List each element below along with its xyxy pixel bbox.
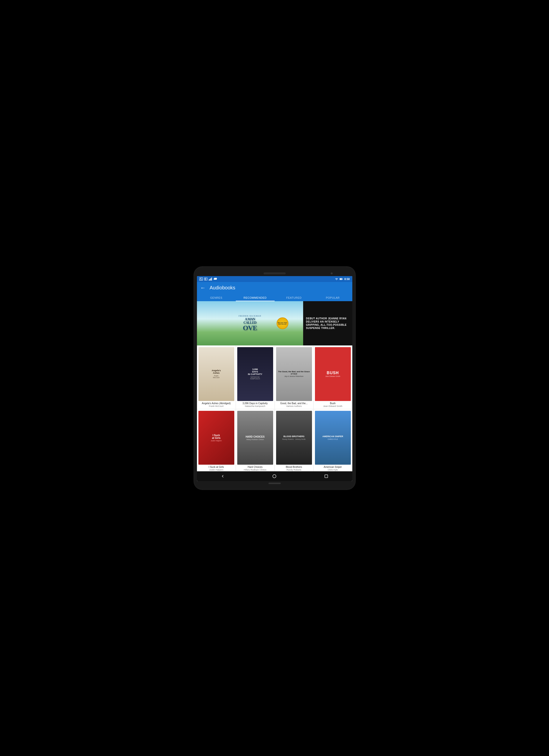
book-author-good-bad: Various Authors	[276, 405, 312, 408]
book-item-good-bad[interactable]: The Good, the Bad, and the Grace of God …	[275, 345, 313, 409]
book-cover-i-suck: I Suckat Girls Justin Halpern	[198, 411, 234, 465]
hero-promo-text: DEBUT AUTHOR JEANNE RYAN DELIVERS AN INT…	[306, 317, 349, 330]
book-item-i-suck[interactable]: I Suckat Girls Justin Halpern I Suck at …	[197, 409, 236, 471]
navigation-bar	[197, 471, 352, 481]
book-title-hard-choices: Hard Choices	[237, 466, 273, 469]
svg-rect-7	[210, 278, 211, 281]
svg-point-12	[273, 474, 276, 478]
cloud-status-icon	[213, 278, 217, 281]
book-status-icon	[204, 278, 208, 281]
hero-title-line3: OVE	[238, 325, 261, 331]
tabs-bar: Genres Recommended Featured Popular	[197, 294, 352, 301]
tablet-screen: 8:58 ← Audiobooks Genres Recommended Fea…	[197, 276, 352, 481]
tablet-device: 8:58 ← Audiobooks Genres Recommended Fea…	[193, 266, 356, 490]
back-nav-icon	[221, 474, 225, 478]
book-item-bush[interactable]: BUSH Jean Edward Smith Bush Jean Edward …	[313, 345, 352, 409]
wifi-status-icon	[335, 278, 338, 281]
tab-recommended[interactable]: Recommended	[236, 294, 275, 301]
tab-popular[interactable]: Popular	[313, 294, 352, 301]
speaker-grille	[264, 272, 286, 274]
app-title: Audiobooks	[210, 285, 236, 291]
tablet-bottom-bezel	[197, 481, 352, 486]
svg-rect-10	[340, 278, 342, 280]
signal-status-icon	[209, 278, 212, 281]
book-author-3096-days: Natascha Kampusch	[237, 405, 273, 408]
hero-title-line1: A MAN	[238, 318, 261, 321]
image-status-icon	[199, 278, 203, 281]
book-title-blood-brothers: Blood Brothers	[276, 466, 312, 469]
home-nav-icon	[272, 474, 277, 478]
book-cover-blood-brothers: BLOOD BROTHERS Randy Roberts · Johnny Sm…	[276, 411, 312, 465]
nyt-badge: New York TimesBESTSELLER	[277, 317, 288, 329]
book-cover-good-bad: The Good, the Bad, and the Grace of God …	[276, 347, 312, 401]
book-author-hard-choices: Hillary Rodham Clinton	[237, 469, 273, 471]
book-title-i-suck: I Suck at Girls	[198, 466, 234, 469]
book-cover-angelas-ashes: Angela'sAshes FrankMcCourt	[198, 347, 234, 401]
hero-left-panel: Fredrik Backman A MAN CALLED OVE New Yor…	[197, 301, 303, 345]
book-item-hard-choices[interactable]: HARD CHOICES Hillary Rodham Clinton Hard…	[236, 409, 275, 471]
book-cover-3096-days: 3,096DAYSIN CAPTIVITY NATASCHAKAMPUSCH	[237, 347, 273, 401]
status-bar: 8:58	[197, 276, 352, 282]
svg-rect-6	[209, 279, 210, 281]
tablet-top-bar	[197, 271, 352, 276]
home-nav-button[interactable]	[271, 473, 278, 480]
book-cover-hard-choices: HARD CHOICES Hillary Rodham Clinton	[237, 411, 273, 465]
hero-banner[interactable]: Fredrik Backman A MAN CALLED OVE New Yor…	[197, 301, 352, 345]
back-nav-button[interactable]	[219, 473, 226, 480]
svg-rect-11	[342, 279, 343, 279]
book-author-bush: Jean Edward Smith	[315, 405, 351, 408]
status-time: 8:58	[344, 278, 350, 281]
back-button[interactable]: ←	[200, 285, 206, 291]
book-title-good-bad: Good, the Bad, and the...	[276, 402, 312, 405]
recent-nav-icon	[324, 474, 328, 478]
books-grid: Angela'sAshes FrankMcCourt Angela's Ashe…	[197, 345, 352, 471]
hero-author: Fredrik Backman	[238, 315, 261, 317]
svg-rect-5	[209, 280, 209, 281]
tab-featured[interactable]: Featured	[275, 294, 313, 301]
home-button	[268, 483, 281, 484]
book-item-3096-days[interactable]: 3,096DAYSIN CAPTIVITY NATASCHAKAMPUSCH 3…	[236, 345, 275, 409]
svg-rect-8	[211, 278, 212, 281]
book-title-angelas-ashes: Angela's Ashes (Abridged)	[198, 402, 234, 405]
book-item-angelas-ashes[interactable]: Angela'sAshes FrankMcCourt Angela's Ashe…	[197, 345, 236, 409]
hero-book-info: Fredrik Backman A MAN CALLED OVE	[238, 315, 261, 331]
book-title-american-sniper: American Sniper	[315, 466, 351, 469]
svg-rect-3	[206, 278, 207, 280]
status-left-icons	[199, 278, 217, 281]
battery-status-icon	[340, 278, 343, 281]
book-author-angelas-ashes: Frank McCourt	[198, 405, 234, 408]
book-author-i-suck: Justin Halpern	[198, 469, 234, 471]
book-author-american-sniper: Chris Kyle	[315, 469, 351, 471]
recent-nav-button[interactable]	[323, 473, 330, 480]
book-item-american-sniper[interactable]: AMERICAN SNIPER CHRIS KYLE American Snip…	[313, 409, 352, 471]
book-author-blood-brothers: Randy Roberts	[276, 469, 312, 471]
book-title-bush: Bush	[315, 402, 351, 405]
tab-genres[interactable]: Genres	[197, 294, 236, 301]
book-cover-bush: BUSH Jean Edward Smith	[315, 347, 351, 401]
app-bar: ← Audiobooks	[197, 282, 352, 294]
content-area[interactable]: Fredrik Backman A MAN CALLED OVE New Yor…	[197, 301, 352, 471]
book-item-blood-brothers[interactable]: BLOOD BROTHERS Randy Roberts · Johnny Sm…	[275, 409, 313, 471]
hero-right-panel: DEBUT AUTHOR JEANNE RYAN DELIVERS AN INT…	[303, 301, 352, 345]
front-camera	[331, 272, 333, 274]
book-title-3096-days: 3,096 Days in Captivity	[237, 402, 273, 405]
svg-rect-13	[325, 475, 328, 478]
book-cover-american-sniper: AMERICAN SNIPER CHRIS KYLE	[315, 411, 351, 465]
status-right-icons: 8:58	[335, 278, 350, 281]
